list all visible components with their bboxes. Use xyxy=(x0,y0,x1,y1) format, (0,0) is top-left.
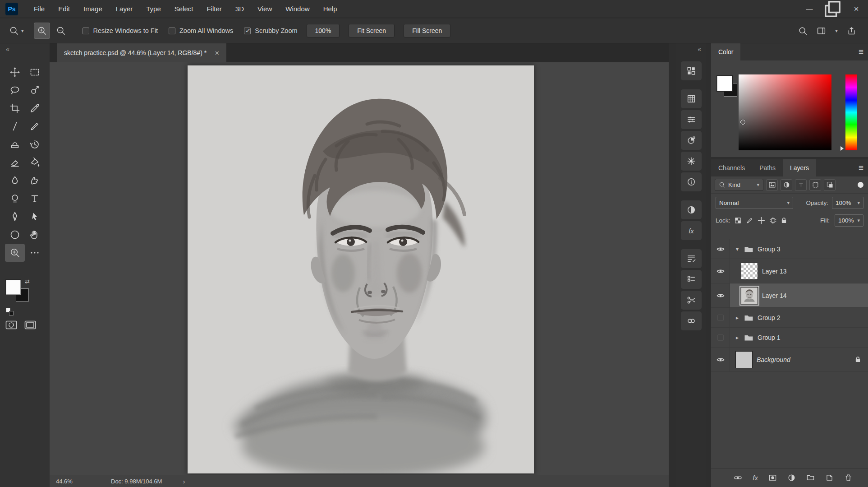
lock-transparency-icon[interactable] xyxy=(734,217,742,224)
visibility-toggle[interactable] xyxy=(711,348,730,371)
document-tab[interactable]: sketch practice.psd @ 44.6% (Layer 14, R… xyxy=(57,43,226,62)
opacity-field[interactable]: 100% ▾ xyxy=(832,197,863,209)
saturation-brightness-field[interactable] xyxy=(739,74,831,150)
layer-row-background[interactable]: Background xyxy=(711,348,868,372)
screen-mode-button[interactable] xyxy=(24,320,36,329)
crop-tool[interactable] xyxy=(5,99,25,117)
info-panel-icon[interactable] xyxy=(681,172,702,191)
zoom-tool[interactable] xyxy=(5,244,25,262)
linked-panel-icon[interactable] xyxy=(681,311,702,330)
layer-thumbnail[interactable] xyxy=(741,263,758,280)
visibility-toggle[interactable] xyxy=(711,308,730,327)
pen-tool[interactable] xyxy=(5,208,25,226)
properties-panel-icon[interactable] xyxy=(681,110,702,129)
layer-mask-icon[interactable] xyxy=(768,473,777,482)
foreground-color-swatch[interactable] xyxy=(6,280,21,295)
type-tool[interactable] xyxy=(25,190,45,208)
brush-tool[interactable] xyxy=(25,117,45,135)
visibility-toggle[interactable] xyxy=(711,239,730,259)
menu-help[interactable]: Help xyxy=(317,0,344,18)
search-icon[interactable] xyxy=(798,26,808,36)
canvas-area[interactable] xyxy=(50,62,669,475)
quick-selection-tool[interactable] xyxy=(25,81,45,99)
visibility-toggle[interactable] xyxy=(711,283,730,307)
lock-all-icon[interactable] xyxy=(781,217,787,224)
layer-row-group-2[interactable]: ▸ Group 2 xyxy=(711,308,868,328)
zoom-all-windows-checkbox[interactable]: Zoom All Windows xyxy=(169,27,233,34)
menu-type[interactable]: Type xyxy=(139,0,168,18)
styles-panel-icon[interactable] xyxy=(681,152,702,171)
history-brush-tool[interactable] xyxy=(25,135,45,153)
tab-paths[interactable]: Paths xyxy=(752,159,783,176)
status-menu-icon[interactable]: › xyxy=(183,478,185,485)
layer-row-group-3[interactable]: ▾ Group 3 xyxy=(711,239,868,259)
adjustments-panel-icon[interactable] xyxy=(681,131,702,150)
zoom-out-button[interactable] xyxy=(53,23,69,39)
filter-kind-dropdown[interactable]: Kind ▾ xyxy=(715,179,763,191)
disclosure-closed-icon[interactable]: ▸ xyxy=(735,315,740,321)
default-colors-icon[interactable] xyxy=(6,308,14,316)
panel-menu-icon[interactable]: ≡ xyxy=(859,43,863,60)
lock-artboard-icon[interactable] xyxy=(769,217,777,224)
smudge-tool[interactable] xyxy=(25,172,45,190)
filter-smart-objects-icon[interactable] xyxy=(824,179,836,191)
menu-layer[interactable]: Layer xyxy=(109,0,140,18)
menu-edit[interactable]: Edit xyxy=(51,0,77,18)
histogram-panel-icon[interactable] xyxy=(681,200,702,219)
scrubby-zoom-checkbox[interactable]: ✓ Scrubby Zoom xyxy=(244,27,297,34)
layer-thumbnail[interactable] xyxy=(741,287,758,304)
eraser-tool[interactable] xyxy=(5,153,25,172)
fill-screen-button[interactable]: Fill Screen xyxy=(404,24,450,37)
chevron-down-icon[interactable]: ▾ xyxy=(835,28,838,34)
menu-filter[interactable]: Filter xyxy=(200,0,229,18)
menu-view[interactable]: View xyxy=(251,0,279,18)
zoom-100-button[interactable]: 100% xyxy=(307,24,340,37)
restore-button[interactable] xyxy=(821,0,845,18)
lasso-tool[interactable] xyxy=(5,81,25,99)
visibility-toggle[interactable] xyxy=(711,328,730,347)
more-tools[interactable] xyxy=(25,244,45,262)
spot-healing-tool[interactable] xyxy=(5,117,25,135)
tab-layers[interactable]: Layers xyxy=(783,159,816,176)
share-icon[interactable] xyxy=(847,26,856,36)
filter-type-layers-icon[interactable] xyxy=(795,179,807,191)
expand-panels-icon[interactable]: « xyxy=(698,46,701,53)
effects-panel-icon[interactable]: fx xyxy=(681,221,702,240)
eyedropper-tool[interactable] xyxy=(25,99,45,117)
quick-mask-button[interactable] xyxy=(5,320,17,329)
layer-row-layer-13[interactable]: Layer 13 xyxy=(711,259,868,283)
layer-row-group-1[interactable]: ▸ Group 1 xyxy=(711,328,868,348)
layer-thumbnail[interactable] xyxy=(735,351,753,368)
disclosure-open-icon[interactable]: ▾ xyxy=(735,246,740,252)
visibility-toggle[interactable] xyxy=(711,259,730,283)
zoom-in-button[interactable] xyxy=(34,23,50,39)
filter-shape-layers-icon[interactable] xyxy=(809,179,821,191)
notes-panel-icon[interactable] xyxy=(681,249,702,268)
foreground-color-swatch[interactable] xyxy=(717,76,732,91)
ellipse-shape-tool[interactable] xyxy=(5,226,25,244)
menu-window[interactable]: Window xyxy=(279,0,316,18)
disclosure-closed-icon[interactable]: ▸ xyxy=(735,334,740,341)
resize-windows-checkbox[interactable]: Resize Windows to Fit xyxy=(83,27,158,34)
filter-adjustment-layers-icon[interactable] xyxy=(781,179,792,191)
tab-close-icon[interactable]: × xyxy=(215,49,219,57)
marquee-tool[interactable] xyxy=(25,63,45,81)
clone-stamp-tool[interactable] xyxy=(5,135,25,153)
collapse-tools-icon[interactable]: « xyxy=(6,46,9,53)
link-layers-icon[interactable] xyxy=(734,473,742,482)
layer-row-layer-14[interactable]: Layer 14 xyxy=(711,283,868,308)
move-tool[interactable] xyxy=(5,63,25,81)
status-doc-info[interactable]: Doc: 9.98M/104.6M xyxy=(111,478,162,485)
swap-colors-icon[interactable]: ⇄ xyxy=(25,278,30,285)
history-panel-icon[interactable] xyxy=(681,270,702,289)
scissors-panel-icon[interactable] xyxy=(681,291,702,310)
menu-image[interactable]: Image xyxy=(77,0,109,18)
delete-layer-icon[interactable] xyxy=(844,473,853,482)
zoom-tool-preset[interactable]: ▾ xyxy=(6,24,27,37)
color-cursor-icon[interactable] xyxy=(740,120,745,125)
minimize-button[interactable]: — xyxy=(798,0,821,18)
tab-color[interactable]: Color xyxy=(711,43,740,60)
filter-pixel-layers-icon[interactable] xyxy=(766,179,778,191)
blend-mode-dropdown[interactable]: Normal ▾ xyxy=(716,197,793,209)
blur-tool[interactable] xyxy=(5,172,25,190)
